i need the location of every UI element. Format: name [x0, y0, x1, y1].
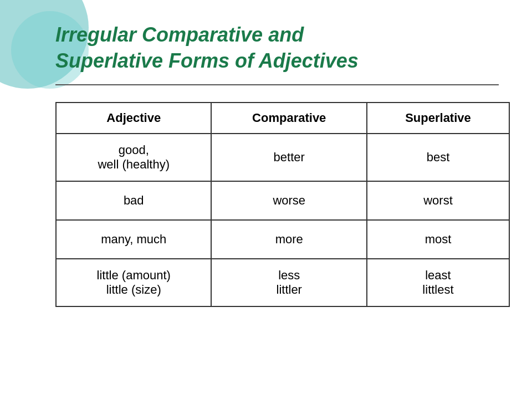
cell-superlative-2: most — [367, 220, 509, 259]
cell-comparative-3: lesslittler — [211, 259, 366, 306]
cell-adjective-3: little (amount)little (size) — [56, 259, 211, 306]
table-row: good,well (healthy)betterbest — [56, 134, 509, 181]
cell-comparative-0: better — [211, 134, 366, 181]
page-title: Irregular Comparative and Superlative Fo… — [55, 22, 499, 74]
table-row: many, muchmoremost — [56, 220, 509, 259]
cell-superlative-1: worst — [367, 181, 509, 220]
cell-comparative-1: worse — [211, 181, 366, 220]
col-header-superlative: Superlative — [367, 103, 509, 134]
cell-comparative-2: more — [211, 220, 366, 259]
title-line1: Irregular Comparative and — [55, 23, 304, 46]
table-row: badworseworst — [56, 181, 509, 220]
adjectives-table: Adjective Comparative Superlative good,w… — [55, 102, 510, 307]
cell-adjective-0: good,well (healthy) — [56, 134, 211, 181]
title-divider — [55, 84, 499, 85]
cell-adjective-2: many, much — [56, 220, 211, 259]
title-line2: Superlative Forms of Adjectives — [55, 49, 359, 72]
main-content: Irregular Comparative and Superlative Fo… — [0, 0, 532, 329]
col-header-adjective: Adjective — [56, 103, 211, 134]
cell-superlative-3: leastlittlest — [367, 259, 509, 306]
cell-superlative-0: best — [367, 134, 509, 181]
table-row: little (amount)little (size)lesslittlerl… — [56, 259, 509, 306]
col-header-comparative: Comparative — [211, 103, 366, 134]
table-header-row: Adjective Comparative Superlative — [56, 103, 509, 134]
cell-adjective-1: bad — [56, 181, 211, 220]
